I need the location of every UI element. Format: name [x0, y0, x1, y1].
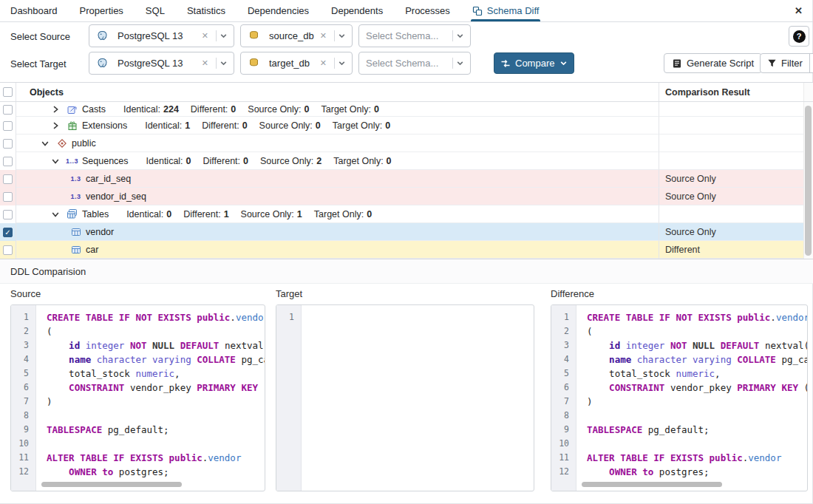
- casts-icon: [66, 104, 78, 115]
- chevron-down-icon[interactable]: [559, 59, 568, 67]
- tab-dependents[interactable]: Dependents: [331, 0, 383, 21]
- row-checkbox[interactable]: ✓: [3, 228, 13, 237]
- tab-label: Processes: [405, 5, 450, 16]
- results-rows: CastsIdentical:224Different:0Source Only…: [0, 102, 813, 259]
- result-row-car[interactable]: carDifferent: [0, 241, 813, 259]
- row-label: Tables: [82, 209, 109, 219]
- row-checkbox[interactable]: [3, 245, 13, 255]
- script-icon: [672, 58, 682, 69]
- row-label: vendor: [86, 227, 114, 237]
- select-all-checkbox[interactable]: [3, 87, 13, 97]
- schema-diff-icon: [472, 6, 483, 16]
- target-database-select[interactable]: target_db ✕: [240, 52, 353, 75]
- result-row-Sequences[interactable]: 1..3SequencesIdentical:0Different:0Sourc…: [0, 152, 813, 170]
- target-server-select[interactable]: PostgreSQL 13 ✕: [89, 52, 234, 75]
- source-server-select[interactable]: PostgreSQL 13 ✕: [89, 24, 234, 47]
- result-row-Tables[interactable]: TablesIdentical:0Different:1Source Only:…: [0, 205, 813, 223]
- tab-dependencies[interactable]: Dependencies: [248, 0, 309, 21]
- horizontal-scrollbar[interactable]: [582, 482, 722, 487]
- filter-button[interactable]: Filter: [760, 53, 813, 73]
- postgresql-icon: [96, 58, 109, 69]
- help-button[interactable]: ?: [789, 26, 809, 47]
- comparison-result-value: [659, 117, 803, 134]
- horizontal-scrollbar[interactable]: [41, 482, 182, 487]
- tab-label: Schema Diff: [487, 5, 540, 16]
- close-icon[interactable]: ✕: [792, 0, 806, 21]
- row-checkbox[interactable]: [3, 174, 13, 184]
- chevron-down-icon[interactable]: [810, 59, 813, 67]
- code-area[interactable]: [302, 305, 534, 491]
- tab-schema-diff[interactable]: Schema Diff: [472, 0, 540, 21]
- result-row-vendor_id_seq[interactable]: 1.3vendor_id_seqSource Only: [0, 188, 813, 205]
- ddl-difference-editor[interactable]: 123456789101112CREATE TABLE IF NOT EXIST…: [551, 304, 808, 491]
- ddl-target-editor[interactable]: 1: [276, 304, 534, 491]
- expand-icon[interactable]: [50, 122, 61, 129]
- filter-icon: [761, 58, 777, 68]
- generate-script-button[interactable]: Generate Script: [664, 53, 762, 73]
- sequence-icon: 1.3: [69, 175, 82, 183]
- clear-icon[interactable]: ✕: [197, 31, 213, 41]
- schema-icon: [55, 138, 68, 149]
- collapse-icon[interactable]: [40, 140, 50, 147]
- code-area[interactable]: CREATE TABLE IF NOT EXISTS public.vendor…: [37, 305, 265, 491]
- row-label: Extensions: [82, 120, 127, 131]
- clear-icon[interactable]: ✕: [316, 58, 331, 68]
- vertical-scrollbar[interactable]: [805, 106, 812, 256]
- comparison-result-value: Source Only: [659, 170, 803, 188]
- chevron-down-icon[interactable]: [220, 32, 228, 40]
- row-checkbox[interactable]: [3, 192, 13, 202]
- select-target-label: Select Target: [10, 58, 67, 69]
- expand-icon[interactable]: [50, 106, 61, 113]
- chevron-down-icon[interactable]: [338, 32, 346, 40]
- chevron-down-icon[interactable]: [456, 59, 464, 67]
- row-checkbox[interactable]: [3, 157, 13, 166]
- tab-label: SQL: [146, 5, 165, 16]
- row-checkbox[interactable]: [3, 105, 13, 115]
- result-row-car_id_seq[interactable]: 1.3car_id_seqSource Only: [0, 170, 813, 188]
- tab-statistics[interactable]: Statistics: [187, 0, 225, 21]
- collapse-icon[interactable]: [50, 157, 61, 165]
- compare-button[interactable]: Compare: [494, 52, 574, 74]
- row-stats: Identical:0Different:0Source Only:2Targe…: [146, 156, 404, 166]
- database-icon: [248, 58, 260, 69]
- tab-label: Dashboard: [10, 5, 58, 16]
- tab-label: Dependents: [331, 5, 383, 16]
- database-icon: [248, 30, 260, 41]
- result-row-vendor[interactable]: ✓vendorSource Only: [0, 223, 813, 241]
- tab-dashboard[interactable]: Dashboard: [10, 0, 58, 21]
- result-row-public[interactable]: public: [0, 134, 813, 152]
- tab-processes[interactable]: Processes: [405, 0, 450, 21]
- result-row-Casts[interactable]: CastsIdentical:224Different:0Source Only…: [0, 102, 813, 117]
- clear-icon[interactable]: ✕: [316, 31, 331, 41]
- divider: [334, 30, 335, 41]
- target-panel-label: Target: [276, 288, 302, 299]
- collapse-icon[interactable]: [50, 211, 61, 218]
- tab-properties[interactable]: Properties: [80, 0, 123, 21]
- clear-icon[interactable]: ✕: [197, 58, 213, 68]
- chevron-down-icon[interactable]: [456, 32, 464, 40]
- result-row-Extensions[interactable]: ExtensionsIdentical:1Different:0Source O…: [0, 117, 813, 134]
- source-database-select[interactable]: source_db ✕: [240, 24, 353, 47]
- chevron-down-icon[interactable]: [220, 59, 228, 67]
- row-checkbox[interactable]: [3, 210, 13, 219]
- tab-label: Properties: [80, 5, 123, 16]
- ddl-panel-labels: Source Target Difference: [0, 284, 813, 303]
- tab-sql[interactable]: SQL: [146, 0, 165, 21]
- postgresql-icon: [96, 30, 109, 41]
- results-header-row: Objects Comparison Result: [0, 83, 813, 102]
- comparison-results-grid: Objects Comparison Result CastsIdentical…: [0, 83, 813, 259]
- source-database-value: source_db: [269, 30, 316, 41]
- select-source-label: Select Source: [10, 31, 70, 42]
- source-schema-select[interactable]: Select Schema...: [358, 24, 471, 47]
- ddl-source-editor[interactable]: 123456789101112CREATE TABLE IF NOT EXIST…: [10, 304, 265, 491]
- row-checkbox[interactable]: [3, 121, 13, 131]
- chevron-down-icon[interactable]: [338, 59, 346, 67]
- target-schema-select[interactable]: Select Schema...: [358, 52, 471, 75]
- sequences-icon: 1..3: [66, 157, 78, 165]
- line-number-gutter: 123456789101112: [11, 305, 36, 491]
- code-area[interactable]: CREATE TABLE IF NOT EXISTS public.vendor…: [577, 305, 807, 491]
- row-checkbox[interactable]: [3, 139, 13, 149]
- schema-diff-panel: DashboardPropertiesSQLStatisticsDependen…: [0, 0, 813, 504]
- schema-diff-toolbar: Select Source PostgreSQL 13 ✕ source_db …: [0, 22, 813, 83]
- target-server-value: PostgreSQL 13: [118, 58, 197, 69]
